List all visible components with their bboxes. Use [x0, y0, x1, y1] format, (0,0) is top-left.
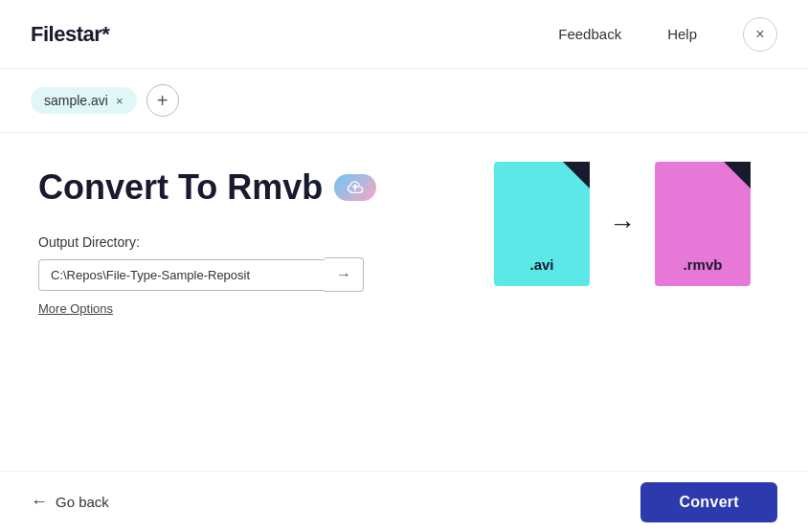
go-back-label: Go back: [56, 494, 109, 510]
file-tag: sample.avi ×: [31, 87, 137, 114]
dir-row: →: [38, 257, 364, 292]
close-button[interactable]: ×: [743, 17, 777, 52]
conversion-arrow: →: [609, 209, 636, 239]
cloud-upload-icon: [347, 179, 364, 196]
tag-close-icon[interactable]: ×: [116, 95, 123, 107]
target-file-card: .rmvb: [655, 162, 751, 286]
tags-bar: sample.avi × +: [0, 69, 808, 133]
dir-browse-button[interactable]: →: [325, 257, 364, 292]
logo: Filestar*: [31, 22, 109, 47]
source-file-corner: [563, 162, 590, 188]
source-file-card: .avi: [494, 162, 590, 286]
conversion-visual: .avi → .rmvb: [494, 162, 751, 286]
target-file-ext: .rmvb: [684, 256, 723, 273]
file-tag-label: sample.avi: [44, 93, 108, 108]
output-dir-input[interactable]: [38, 259, 325, 291]
more-options-link[interactable]: More Options: [38, 301, 770, 316]
convert-button[interactable]: Convert: [640, 482, 777, 522]
header: Filestar* Feedback Help ×: [0, 0, 808, 69]
add-file-button[interactable]: +: [146, 84, 179, 117]
footer: ← Go back Convert: [0, 471, 808, 532]
cloud-upload-badge[interactable]: [334, 174, 376, 201]
header-right: Feedback Help ×: [558, 17, 777, 52]
help-link[interactable]: Help: [667, 26, 697, 42]
feedback-link[interactable]: Feedback: [558, 26, 621, 42]
main-content: Convert To Rmvb Output Directory: → More…: [0, 133, 808, 471]
back-arrow-icon: ←: [31, 492, 48, 512]
source-file-ext: .avi: [529, 256, 553, 273]
go-back-button[interactable]: ← Go back: [31, 492, 109, 512]
page-title: Convert To Rmvb: [38, 167, 323, 208]
dir-arrow-icon: →: [336, 266, 351, 283]
target-file-corner: [724, 162, 751, 188]
